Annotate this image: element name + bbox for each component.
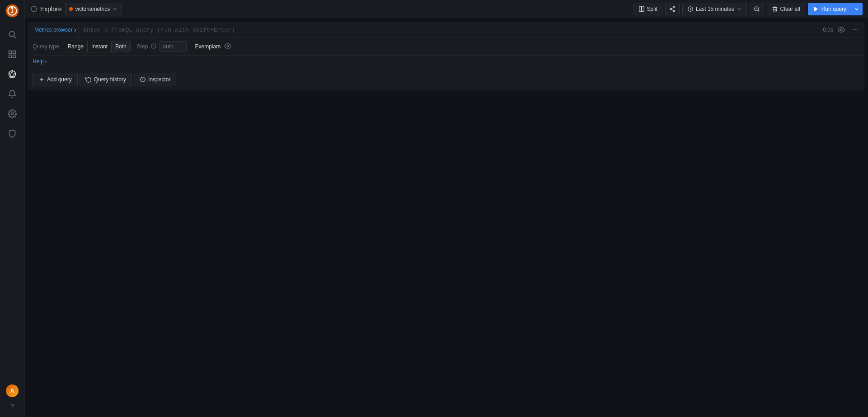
svg-point-18 bbox=[670, 8, 672, 10]
run-query-chevron-icon bbox=[854, 6, 859, 12]
app-title: Explore bbox=[40, 5, 61, 13]
help-row: Help › bbox=[29, 56, 864, 69]
help-chevron-icon: › bbox=[45, 57, 47, 65]
clear-all-button[interactable]: Clear all bbox=[767, 3, 805, 15]
bottom-toolbar: Add query Query history Inspector bbox=[29, 69, 864, 90]
run-query-button-group: Run query bbox=[808, 3, 863, 15]
step-label: Step bbox=[137, 43, 148, 50]
info-circle-icon bbox=[150, 43, 157, 49]
query-history-button[interactable]: Query history bbox=[80, 73, 132, 86]
inspector-label: Inspector bbox=[148, 76, 170, 83]
exemplars-eye-icon bbox=[224, 42, 231, 50]
metrics-browser-button[interactable]: Metrics browser › bbox=[33, 22, 79, 37]
datasource-status-dot bbox=[69, 7, 73, 11]
time-range-label: Last 15 minutes bbox=[696, 6, 734, 12]
explore-nav-icon bbox=[30, 5, 38, 13]
time-range-chevron-icon bbox=[737, 6, 742, 12]
svg-line-6 bbox=[14, 36, 16, 38]
content-area: Metrics browser › 0.0s bbox=[25, 18, 868, 417]
query-time-value: 0.0s bbox=[823, 27, 833, 33]
svg-rect-10 bbox=[13, 55, 16, 58]
navbar: Explore victoriametrics Split bbox=[25, 0, 868, 18]
inspector-icon bbox=[140, 76, 146, 83]
sidebar-item-dashboards[interactable] bbox=[3, 45, 21, 63]
eye-icon bbox=[838, 26, 845, 33]
sidebar: A ? bbox=[0, 0, 25, 417]
step-input[interactable] bbox=[160, 41, 187, 52]
sidebar-item-shield[interactable] bbox=[3, 125, 21, 143]
share-button[interactable] bbox=[665, 3, 680, 15]
add-query-button[interactable]: Add query bbox=[33, 73, 78, 86]
datasource-chevron-icon bbox=[112, 6, 117, 12]
run-query-dropdown-button[interactable] bbox=[851, 3, 863, 15]
query-minimize-button[interactable] bbox=[849, 24, 860, 35]
trash-icon bbox=[772, 6, 778, 12]
step-info-icon[interactable] bbox=[150, 43, 157, 51]
svg-point-13 bbox=[11, 113, 14, 115]
query-type-button-group: Range Instant Both bbox=[64, 41, 131, 52]
svg-line-21 bbox=[671, 7, 673, 8]
query-eye-button[interactable] bbox=[836, 24, 847, 35]
split-label: Split bbox=[647, 6, 657, 12]
svg-point-14 bbox=[31, 6, 37, 12]
query-panel: Metrics browser › 0.0s bbox=[28, 22, 864, 90]
metrics-browser-chevron-icon: › bbox=[74, 26, 76, 34]
history-icon bbox=[85, 76, 92, 83]
split-button[interactable]: Split bbox=[633, 3, 662, 15]
run-query-label: Run query bbox=[821, 6, 846, 12]
clear-all-label: Clear all bbox=[780, 6, 800, 12]
metrics-browser-label: Metrics browser bbox=[34, 27, 73, 33]
navbar-right: Split Last 15 minutes bbox=[633, 3, 863, 15]
help-icon[interactable]: ? bbox=[5, 399, 19, 413]
instant-button[interactable]: Instant bbox=[88, 41, 112, 52]
add-query-label: Add query bbox=[47, 76, 72, 83]
svg-point-27 bbox=[840, 29, 842, 31]
run-query-button[interactable]: Run query bbox=[808, 3, 851, 15]
share-icon bbox=[669, 6, 676, 12]
datasource-selector[interactable]: victoriametrics bbox=[65, 3, 122, 15]
svg-point-19 bbox=[673, 10, 675, 12]
svg-point-17 bbox=[673, 6, 675, 8]
svg-point-2 bbox=[11, 7, 14, 9]
range-button[interactable]: Range bbox=[64, 41, 88, 52]
minimize-icon bbox=[851, 26, 859, 33]
query-editor-row: Metrics browser › 0.0s bbox=[29, 22, 864, 38]
svg-point-5 bbox=[9, 31, 14, 37]
help-link[interactable]: Help › bbox=[33, 57, 860, 65]
sidebar-item-explore[interactable] bbox=[3, 65, 21, 83]
page-title: Explore bbox=[30, 5, 61, 13]
zoom-out-icon bbox=[754, 6, 760, 12]
run-icon bbox=[813, 6, 819, 12]
grafana-logo[interactable] bbox=[5, 4, 19, 18]
query-input[interactable] bbox=[83, 23, 820, 37]
exemplars-label: Exemplars bbox=[195, 43, 221, 50]
avatar[interactable]: A bbox=[6, 384, 19, 397]
split-icon bbox=[638, 6, 645, 12]
svg-rect-7 bbox=[9, 51, 12, 54]
sidebar-item-alerting[interactable] bbox=[3, 85, 21, 103]
svg-rect-15 bbox=[639, 6, 641, 11]
main-content: Explore victoriametrics Split bbox=[25, 0, 868, 417]
plus-icon bbox=[38, 76, 45, 83]
zoom-out-button[interactable] bbox=[750, 3, 764, 15]
time-range-selector[interactable]: Last 15 minutes bbox=[682, 3, 747, 15]
query-history-label: Query history bbox=[94, 76, 126, 83]
svg-line-24 bbox=[758, 10, 759, 11]
svg-point-32 bbox=[227, 45, 229, 47]
query-type-label: Query type bbox=[33, 43, 59, 50]
both-button[interactable]: Both bbox=[112, 41, 130, 52]
svg-rect-8 bbox=[13, 51, 16, 54]
clock-icon bbox=[687, 6, 694, 12]
svg-marker-26 bbox=[814, 6, 818, 11]
exemplars-toggle[interactable] bbox=[223, 42, 232, 52]
inspector-button[interactable]: Inspector bbox=[134, 73, 176, 86]
svg-rect-16 bbox=[642, 6, 644, 11]
svg-line-20 bbox=[671, 9, 673, 10]
sidebar-item-search[interactable] bbox=[3, 25, 21, 43]
query-type-row: Query type Range Instant Both Step Exemp… bbox=[29, 38, 864, 56]
svg-rect-9 bbox=[9, 55, 12, 58]
sidebar-item-settings[interactable] bbox=[3, 105, 21, 123]
datasource-name: victoriametrics bbox=[75, 6, 110, 12]
